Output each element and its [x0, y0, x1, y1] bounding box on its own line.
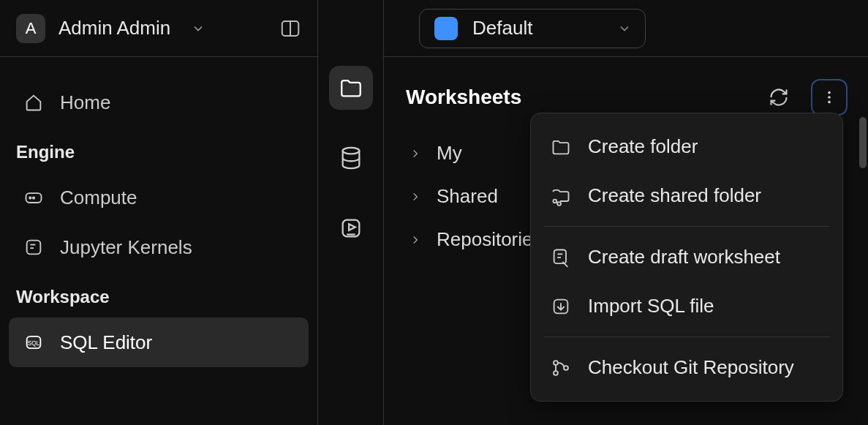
svg-line-19 [556, 202, 558, 203]
nav-sql-editor[interactable]: SQL SQL Editor [9, 317, 309, 367]
left-sidebar: A Admin Admin Home Engine Compute [0, 0, 318, 425]
nav-compute[interactable]: Compute [9, 173, 309, 222]
nav-jupyter-label: Jupyter Kernels [60, 236, 192, 259]
refresh-button[interactable] [763, 81, 795, 113]
tree-item-label: My [437, 142, 462, 165]
sidebar-header: A Admin Admin [0, 0, 317, 57]
menu-label: Create draft worksheet [588, 246, 780, 268]
context-picker[interactable]: Default [419, 9, 646, 48]
rail-folder[interactable] [329, 66, 373, 110]
jupyter-icon [22, 236, 45, 259]
panel-toggle-icon[interactable] [279, 18, 301, 40]
nav-home-label: Home [60, 91, 110, 114]
nav-compute-label: Compute [60, 187, 137, 209]
menu-create-draft[interactable]: Create draft worksheet [531, 233, 842, 282]
more-vertical-icon [821, 89, 837, 105]
menu-create-folder[interactable]: Create folder [531, 122, 842, 171]
menu-import-sql[interactable]: Import SQL file [531, 282, 842, 331]
compute-icon [22, 186, 45, 209]
tree-item-label: Repositories [437, 228, 543, 251]
rail-database[interactable] [329, 136, 373, 180]
main-panel: Default Worksheets My [384, 0, 868, 425]
svg-point-3 [29, 197, 31, 198]
section-engine-label: Engine [9, 127, 309, 173]
main-toolbar: Default [384, 0, 868, 57]
menu-label: Import SQL file [588, 295, 714, 317]
avatar: A [16, 14, 45, 43]
svg-point-4 [33, 197, 34, 198]
svg-marker-12 [349, 224, 355, 230]
icon-rail [318, 0, 384, 425]
chevron-right-icon [409, 233, 422, 247]
svg-rect-20 [554, 249, 566, 263]
refresh-icon [769, 87, 789, 108]
folder-icon [550, 136, 572, 158]
database-icon [339, 146, 363, 170]
chevron-down-icon [191, 21, 205, 36]
user-menu[interactable]: A Admin Admin [16, 14, 205, 43]
svg-point-26 [554, 371, 558, 375]
svg-rect-5 [27, 241, 41, 255]
scrollbar-thumb[interactable] [859, 117, 867, 168]
home-icon [22, 91, 45, 114]
worksheets-title: Worksheets [406, 86, 521, 109]
menu-label: Checkout Git Repository [588, 356, 794, 379]
menu-divider [544, 226, 829, 227]
context-picker-label: Default [472, 17, 532, 40]
svg-text:SQL: SQL [28, 340, 40, 347]
chevron-down-icon [617, 21, 632, 36]
menu-label: Create folder [588, 135, 698, 158]
folder-icon [339, 75, 363, 100]
history-icon [339, 216, 363, 241]
worksheets-actions [763, 79, 848, 116]
chevron-right-icon [409, 190, 422, 203]
import-icon [550, 296, 572, 317]
more-button[interactable] [811, 79, 848, 116]
chevron-right-icon [409, 147, 422, 160]
svg-point-10 [342, 148, 359, 154]
svg-point-27 [564, 366, 568, 370]
draft-icon [550, 247, 572, 268]
nav-jupyter[interactable]: Jupyter Kernels [9, 222, 309, 272]
section-workspace-label: Workspace [9, 272, 309, 317]
sql-icon: SQL [22, 331, 45, 354]
menu-label: Create shared folder [588, 184, 761, 207]
svg-point-16 [828, 101, 831, 104]
nav-home[interactable]: Home [9, 78, 309, 127]
tree-item-label: Shared [437, 185, 498, 208]
svg-point-14 [828, 91, 831, 94]
context-color-swatch [434, 17, 458, 40]
svg-point-25 [554, 361, 558, 365]
menu-divider [544, 336, 829, 337]
menu-create-shared-folder[interactable]: Create shared folder [531, 171, 842, 220]
menu-checkout-git[interactable]: Checkout Git Repository [531, 343, 842, 392]
nav-sql-editor-label: SQL Editor [60, 331, 152, 354]
git-icon [550, 357, 572, 379]
rail-history[interactable] [329, 206, 373, 250]
shared-folder-icon [550, 185, 572, 207]
create-menu: Create folder Create shared folder Creat… [530, 113, 843, 402]
svg-point-15 [828, 96, 831, 99]
username-label: Admin Admin [59, 17, 170, 40]
sidebar-body: Home Engine Compute Jupyter Kernels Work… [0, 57, 317, 388]
